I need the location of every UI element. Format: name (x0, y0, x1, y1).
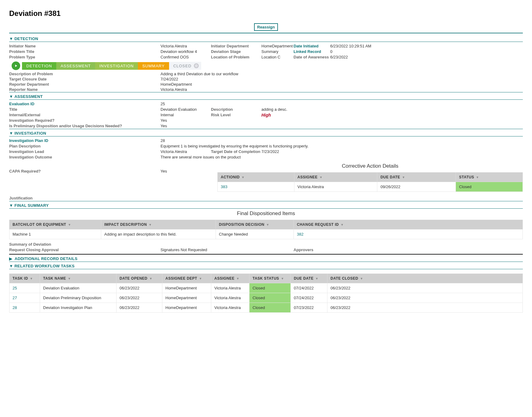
sort-icon: ▼ (341, 223, 344, 226)
cell-task-name: Deviation Preliminary Disposition (40, 293, 116, 303)
table-row: 27Deviation Preliminary Disposition06/23… (9, 293, 523, 303)
th-task-name[interactable]: TASK NAME ▼ (40, 274, 116, 283)
cell-assignee-dept: HomeDepartment (162, 293, 211, 303)
cell-assignee: Victoria Alestra (294, 182, 377, 192)
corrective-action-table: ACTIONID ▼ ASSIGNEE ▼ DUE DATE ▼ STATUS … (217, 172, 523, 192)
circle-icon (194, 63, 199, 68)
value-req-closing: Signatures Not Requested (161, 247, 294, 253)
label-risk-level: Risk Level (211, 112, 261, 118)
label-date-initiated: Date Initiated (294, 43, 330, 49)
cell-assignee: Victoria Alestra (211, 293, 249, 303)
workflow-step-detection[interactable]: DETECTION (22, 62, 56, 70)
workflow-step-summary[interactable]: SUMMARY (138, 62, 169, 70)
th-date-closed[interactable]: DATE CLOSED ▼ (327, 274, 523, 283)
th-status[interactable]: STATUS ▼ (456, 173, 523, 182)
cell-status: Closed (456, 182, 523, 192)
workflow-progress: DETECTION ASSESSMENT INVESTIGATION SUMMA… (12, 61, 523, 70)
section-investigation-label: INVESTIGATION (14, 131, 46, 136)
th-due-date[interactable]: DUE DATE ▼ (291, 274, 327, 283)
cell-task-name: Deviation Evaluation (40, 283, 116, 293)
th-assignee[interactable]: ASSIGNEE ▼ (211, 274, 249, 283)
th-cr[interactable]: CHANGE REQUEST ID ▼ (294, 220, 523, 229)
cell-cr[interactable]: 382 (294, 229, 523, 239)
section-final-summary[interactable]: ▼FINAL SUMMARY (9, 201, 523, 208)
sort-icon: ▼ (199, 277, 202, 280)
caret-down-icon: ▼ (9, 203, 13, 208)
cell-impact: Adding an impact description to this fie… (101, 229, 216, 239)
label-reporter-name: Reporter Name (9, 87, 161, 92)
cell-date-closed: 06/23/2022 (327, 303, 523, 313)
th-assignee-dept[interactable]: ASSIGNEE DEPT ▼ (162, 274, 211, 283)
caret-down-icon: ▼ (9, 264, 13, 268)
th-task-id[interactable]: TASK ID ▼ (9, 274, 40, 283)
th-task-status[interactable]: TASK STATUS ▼ (249, 274, 291, 283)
value-deviation-stage: Summary (261, 49, 294, 54)
workflow-tasks-table: TASK ID ▼ TASK NAME ▼ DATE OPENED ▼ ASSI… (9, 274, 523, 313)
label-assess-title: Title (9, 107, 161, 112)
label-capa-req: CAPA Required? (9, 169, 161, 174)
value-target-closure: 7/24/2022 (161, 76, 178, 82)
section-assessment-label: ASSESSMENT (14, 94, 43, 99)
cell-task-status: Closed (249, 283, 291, 293)
label-int-ext: Internal/External (9, 112, 161, 118)
label-inv-req: Investigation Required? (9, 118, 161, 123)
section-assessment[interactable]: ▼ASSESSMENT (9, 92, 523, 99)
caret-down-icon: ▼ (9, 131, 13, 136)
label-deviation-stage: Deviation Stage (211, 49, 261, 54)
value-assess-title: Deviation Evaluation (161, 107, 211, 112)
cell-task-id[interactable]: 28 (9, 303, 40, 313)
workflow-step-closed[interactable]: CLOSED (169, 62, 201, 70)
label-summary-deviation: Summary of Deviation (9, 242, 51, 247)
value-inv-req: Yes (161, 118, 167, 123)
sort-icon: ▼ (149, 277, 152, 280)
value-date-awareness: 6/23/2022 (330, 54, 523, 60)
label-initiator-dept: Initiator Department (211, 43, 261, 49)
th-impact[interactable]: IMPACT DESCRIPTION ▼ (101, 220, 216, 229)
sort-icon: ▼ (281, 277, 284, 280)
section-detection[interactable]: ▼DETECTION (9, 35, 523, 42)
th-disp[interactable]: DISPOSITION DECISION ▼ (216, 220, 294, 229)
th-actionid[interactable]: ACTIONID ▼ (218, 173, 294, 182)
sort-icon: ▼ (320, 176, 323, 179)
section-related-tasks[interactable]: ▼RELATED WORKFLOW TASKS (9, 262, 523, 269)
section-additional[interactable]: ▶ ADDITIONAL RECORD DETAILS (9, 255, 523, 262)
sort-icon: ▼ (68, 223, 71, 226)
value-plan-id: 28 (161, 138, 165, 143)
th-assignee[interactable]: ASSIGNEE ▼ (294, 173, 377, 182)
cell-actionid[interactable]: 383 (218, 182, 294, 192)
cell-task-id[interactable]: 25 (9, 283, 40, 293)
value-linked-record: 0 (330, 49, 523, 54)
table-row: 28Deviation Investigation Plan06/23/2022… (9, 303, 523, 313)
caret-down-icon: ▼ (9, 94, 13, 99)
label-lead: Investigation Lead (9, 149, 161, 155)
th-batch[interactable]: BATCH/LOT OR EQUIPMENT ▼ (9, 220, 101, 229)
label-plan-id: Investigation Plan ID (9, 138, 161, 143)
cell-task-status: Closed (249, 303, 291, 313)
caret-down-icon: ▼ (9, 36, 13, 41)
cell-date-opened: 06/23/2022 (116, 283, 162, 293)
corrective-action-title: Corrective Action Details (217, 163, 523, 169)
workflow-step-investigation[interactable]: INVESTIGATION (95, 62, 138, 70)
play-icon (12, 61, 20, 70)
value-problem-type: Confirmed OOS (161, 54, 211, 60)
label-initiator-name: Initiator Name (9, 43, 161, 49)
label-problem-type: Problem Type (9, 54, 161, 60)
cell-due-date: 07/24/2022 (291, 283, 327, 293)
value-lead: Victoria Alestra (161, 149, 211, 155)
label-description: Description (211, 107, 261, 112)
final-disposition-title: Final Dispositioned Items (9, 210, 523, 217)
cell-assignee-dept: HomeDepartment (162, 283, 211, 293)
cell-task-id[interactable]: 27 (9, 293, 40, 303)
reassign-button[interactable]: Reassign (254, 23, 278, 31)
label-plan-desc: Plan Description (9, 143, 161, 149)
th-date-opened[interactable]: DATE OPENED ▼ (116, 274, 162, 283)
workflow-step-assessment[interactable]: ASSESSMENT (56, 62, 95, 70)
cell-due: 09/26/2022 (377, 182, 456, 192)
section-investigation[interactable]: ▼INVESTIGATION (9, 129, 523, 136)
sort-icon: ▼ (149, 223, 152, 226)
value-location: Location C (261, 54, 294, 60)
th-due[interactable]: DUE DATE ▼ (377, 173, 456, 182)
label-problem-title: Problem Title (9, 49, 161, 54)
label-linked-record: Linked Record (294, 49, 330, 54)
cell-date-closed: 06/23/2022 (327, 293, 523, 303)
